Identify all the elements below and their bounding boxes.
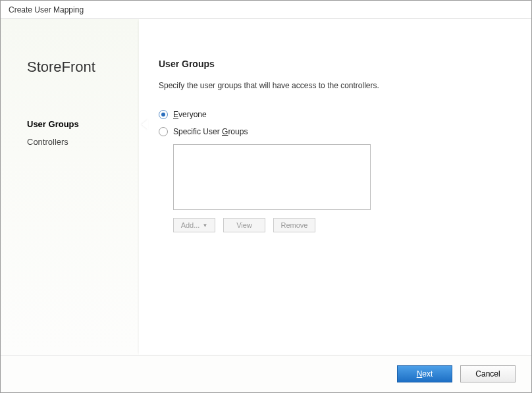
sidebar-item-label: Controllers (27, 137, 68, 147)
dialog-footer: Next Cancel (1, 355, 531, 392)
remove-button[interactable]: Remove (273, 218, 315, 232)
wizard-sidebar: StoreFront User Groups Controllers (1, 19, 139, 355)
sidebar-item-label: User Groups (27, 119, 79, 129)
add-button[interactable]: Add... ▼ (173, 218, 215, 232)
wizard-page: User Groups Specify the user groups that… (139, 19, 531, 355)
cancel-button[interactable]: Cancel (460, 365, 516, 382)
product-title: StoreFront (27, 59, 139, 76)
radio-specific[interactable] (159, 127, 168, 136)
listbox-button-row: Add... ▼ View Remove (173, 218, 505, 232)
radio-specific-row[interactable]: Specific User Groups (159, 127, 505, 136)
dialog-content: StoreFront User Groups Controllers User … (1, 19, 531, 355)
view-button[interactable]: View (223, 218, 265, 232)
window-titlebar: Create User Mapping (1, 1, 531, 19)
radio-everyone[interactable] (159, 110, 168, 119)
window-title: Create User Mapping (9, 5, 84, 14)
radio-specific-label: Specific User Groups (173, 127, 248, 136)
sidebar-item-controllers[interactable]: Controllers (27, 133, 139, 151)
page-heading: User Groups (159, 59, 505, 69)
radio-everyone-row[interactable]: Everyone (159, 110, 505, 119)
radio-everyone-label: Everyone (173, 110, 207, 119)
next-button[interactable]: Next (397, 365, 452, 382)
sidebar-item-user-groups[interactable]: User Groups (27, 115, 139, 133)
chevron-down-icon: ▼ (202, 223, 207, 228)
user-groups-listbox[interactable] (173, 144, 371, 210)
page-description: Specify the user groups that will have a… (159, 81, 505, 90)
